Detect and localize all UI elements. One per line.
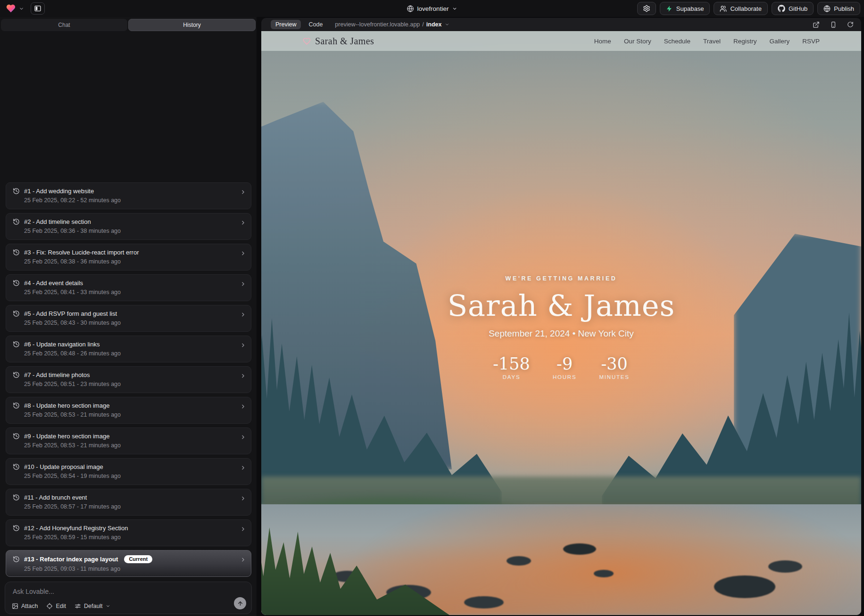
countdown: -158DAYS-9HOURS-30MINUTES: [261, 354, 861, 380]
app-topbar: lovefrontier Supabase Collaborate: [0, 0, 864, 17]
history-item[interactable]: #4 - Add event details25 Feb 2025, 08:41…: [6, 274, 251, 301]
site-logo-text: Sarah & James: [315, 36, 374, 47]
site-viewport: Sarah & James HomeOur StoryScheduleTrave…: [261, 31, 861, 615]
chevron-right-icon: [240, 281, 246, 287]
history-item[interactable]: #9 - Update hero section image25 Feb 202…: [6, 427, 251, 454]
history-item-timestamp: 25 Feb 2025, 08:41 - 33 minutes ago: [24, 289, 237, 296]
arrow-up-icon: [237, 600, 243, 607]
supabase-icon: [666, 5, 673, 12]
site-nav-link[interactable]: Schedule: [664, 38, 690, 45]
heart-icon: [303, 37, 311, 45]
mode-select[interactable]: Default: [75, 603, 110, 609]
history-item-title: #4 - Add event details: [24, 279, 83, 287]
open-external-icon[interactable]: [813, 21, 820, 28]
history-icon: [13, 188, 20, 195]
url-separator: /: [422, 21, 424, 28]
history-item[interactable]: #6 - Update navigation links25 Feb 2025,…: [6, 336, 251, 362]
url-page: index: [426, 21, 442, 28]
settings-button[interactable]: [637, 2, 656, 15]
countdown-value: -30: [599, 354, 629, 373]
prompt-composer[interactable]: Ask Lovable... Attach Edit Default: [5, 582, 252, 614]
github-label: GitHub: [789, 5, 807, 12]
chevron-right-icon: [240, 557, 246, 563]
site-nav-link[interactable]: Travel: [703, 38, 721, 45]
refresh-icon[interactable]: [847, 21, 854, 28]
tab-preview[interactable]: Preview: [271, 20, 301, 29]
project-menu-chevron-icon[interactable]: [19, 6, 24, 11]
tab-chat[interactable]: Chat: [1, 19, 127, 31]
history-item-title: #1 - Add wedding website: [24, 188, 94, 195]
countdown-unit: -30MINUTES: [599, 354, 629, 380]
history-icon: [13, 463, 20, 470]
collaborate-label: Collaborate: [730, 5, 762, 12]
history-item[interactable]: #8 - Update hero section image25 Feb 202…: [6, 397, 251, 424]
lovable-heart-logo[interactable]: [6, 3, 16, 14]
site-nav-link[interactable]: RSVP: [802, 38, 820, 45]
preview-url[interactable]: preview--lovefrontier.lovable.app / inde…: [335, 21, 449, 28]
site-nav-link[interactable]: Gallery: [769, 38, 789, 45]
chevron-right-icon: [240, 342, 246, 348]
history-item-title: #8 - Update hero section image: [24, 402, 109, 409]
countdown-value: -9: [553, 354, 577, 373]
mode-label: Default: [84, 603, 103, 609]
chevron-right-icon: [240, 495, 246, 501]
history-item[interactable]: #10 - Update proposal image25 Feb 2025, …: [6, 458, 251, 485]
mobile-view-icon[interactable]: [830, 21, 837, 28]
supabase-button[interactable]: Supabase: [660, 2, 710, 15]
history-item[interactable]: #13 - Refactor index page layoutCurrent2…: [6, 550, 251, 577]
history-item-timestamp: 25 Feb 2025, 08:54 - 19 minutes ago: [24, 473, 237, 479]
history-item-timestamp: 25 Feb 2025, 08:38 - 36 minutes ago: [24, 258, 237, 265]
countdown-unit: -158DAYS: [493, 354, 530, 380]
project-switcher[interactable]: lovefrontier: [407, 0, 457, 17]
chevron-down-icon: [445, 22, 449, 27]
history-item-timestamp: 25 Feb 2025, 08:53 - 21 minutes ago: [24, 442, 237, 449]
history-item-title: #2 - Add timeline section: [24, 218, 91, 225]
history-item[interactable]: #1 - Add wedding website25 Feb 2025, 08:…: [6, 182, 251, 209]
globe-icon: [407, 5, 414, 12]
sidebar-toggle-button[interactable]: [31, 2, 45, 15]
history-item-title: #13 - Refactor index page layout: [24, 556, 118, 563]
attach-image-icon: [12, 603, 18, 609]
site-logo[interactable]: Sarah & James: [303, 36, 374, 47]
attach-button[interactable]: Attach: [12, 603, 38, 609]
countdown-label: DAYS: [493, 374, 530, 380]
github-button[interactable]: GitHub: [772, 2, 814, 15]
history-icon: [13, 494, 20, 501]
history-item[interactable]: #11 - Add brunch event25 Feb 2025, 08:57…: [6, 489, 251, 516]
gear-icon: [643, 5, 650, 12]
history-item-title: #7 - Add timeline photos: [24, 371, 90, 378]
history-item[interactable]: #7 - Add timeline photos25 Feb 2025, 08:…: [6, 366, 251, 393]
site-header: Sarah & James HomeOur StoryScheduleTrave…: [261, 31, 861, 51]
history-item-title: #12 - Add Honeyfund Registry Section: [24, 525, 128, 532]
site-nav-link[interactable]: Our Story: [624, 38, 651, 45]
send-button[interactable]: [234, 597, 246, 609]
history-icon: [13, 402, 20, 409]
history-item-title: #9 - Update hero section image: [24, 433, 109, 440]
history-icon: [13, 556, 20, 563]
site-nav-link[interactable]: Home: [594, 38, 611, 45]
publish-button[interactable]: Publish: [817, 2, 860, 15]
history-icon: [13, 249, 20, 256]
collaborate-button[interactable]: Collaborate: [714, 2, 768, 15]
panel-tabs: Chat History: [1, 19, 256, 31]
supabase-label: Supabase: [676, 5, 704, 12]
history-list: #1 - Add wedding website25 Feb 2025, 08:…: [6, 182, 251, 581]
history-icon: [13, 525, 20, 532]
prompt-input[interactable]: Ask Lovable...: [13, 588, 54, 595]
history-item[interactable]: #3 - Fix: Resolve Lucide-react import er…: [6, 244, 251, 271]
project-name: lovefrontier: [417, 5, 449, 12]
history-item[interactable]: #2 - Add timeline section25 Feb 2025, 08…: [6, 213, 251, 240]
site-nav-link[interactable]: Registry: [733, 38, 757, 45]
users-icon: [720, 5, 727, 12]
tab-code[interactable]: Code: [308, 21, 323, 28]
history-item-timestamp: 25 Feb 2025, 08:48 - 26 minutes ago: [24, 350, 237, 357]
chevron-right-icon: [240, 373, 246, 379]
history-item-timestamp: 25 Feb 2025, 08:36 - 38 minutes ago: [24, 228, 237, 234]
history-item[interactable]: #5 - Add RSVP form and guest list25 Feb …: [6, 305, 251, 332]
chevron-right-icon: [240, 434, 246, 440]
history-item[interactable]: #12 - Add Honeyfund Registry Section25 F…: [6, 519, 251, 546]
tab-history[interactable]: History: [128, 19, 256, 31]
history-icon: [13, 279, 20, 287]
chevron-right-icon: [240, 312, 246, 318]
edit-button[interactable]: Edit: [46, 603, 66, 609]
